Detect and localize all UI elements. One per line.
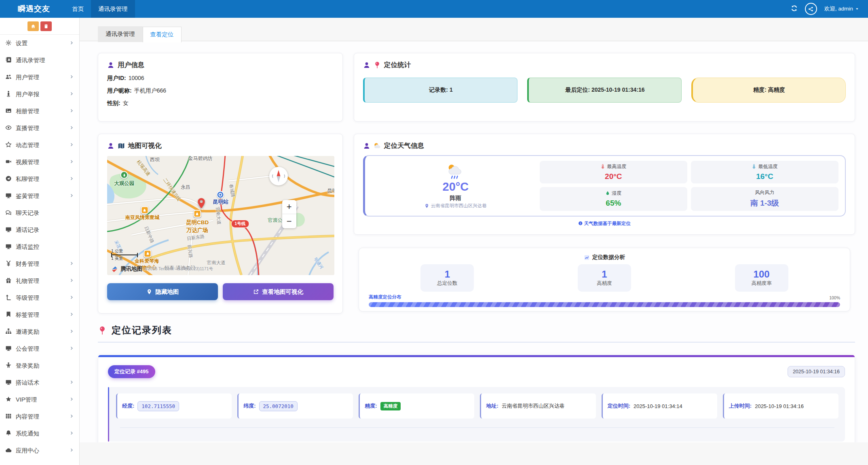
sidebar-item-设置[interactable]: 设置 — [0, 35, 79, 52]
sidebar-item-相册管理[interactable]: 相册管理 — [0, 103, 79, 120]
sidebar-item-应用中心[interactable]: 应用中心 — [0, 442, 79, 459]
nav-item-通讯录管理[interactable]: 通讯录管理 — [91, 0, 135, 18]
sidebar-item-财务管理[interactable]: 财务管理 — [0, 255, 79, 272]
drop-icon — [605, 191, 610, 196]
attribution-copy: ©2025 Tencent - GS号(2023)1171号 — [145, 266, 213, 272]
clear-button[interactable] — [40, 21, 52, 31]
monitor-icon — [5, 192, 16, 200]
grid-icon — [5, 413, 16, 420]
field-value: 2025-10-19 01:34:16 — [755, 403, 804, 409]
records-title: 定位记录列表 — [112, 324, 172, 337]
sidebar-item-鉴黄管理[interactable]: 鉴黄管理 — [0, 187, 79, 204]
sidebar-item-标签管理[interactable]: 标签管理 — [0, 306, 79, 323]
sidebar-item-系统通知[interactable]: 系统通知 — [0, 425, 79, 442]
sidebar-item-私聊管理[interactable]: 私聊管理 — [0, 170, 79, 187]
sidebar-actions — [0, 18, 79, 35]
thermo-icon — [600, 164, 605, 169]
sidebar-item-聊天记录[interactable]: 聊天记录 — [0, 204, 79, 221]
person-icon — [363, 142, 370, 149]
map-label: 金马碧鸡坊 — [188, 156, 212, 162]
tab-查看定位[interactable]: 查看定位 — [143, 27, 182, 42]
metric-value: 65% — [606, 199, 621, 208]
sidebar-item-内容管理[interactable]: 内容管理 — [0, 408, 79, 425]
nav-item-首页[interactable]: 首页 — [65, 0, 91, 18]
gift-icon — [5, 277, 16, 284]
refresh-icon[interactable] — [791, 5, 798, 13]
sidebar-item-label: 财务管理 — [16, 260, 39, 268]
attribution-name[interactable]: 腾讯地图 — [120, 265, 142, 273]
sidebar-item-通话监控[interactable]: 通话监控 — [0, 238, 79, 255]
metro-station-marker[interactable] — [217, 191, 224, 198]
star-icon — [5, 396, 16, 403]
field-label: 用户昵称: — [107, 87, 132, 94]
monitor-icon — [5, 345, 16, 352]
chevron-right-icon — [69, 380, 74, 385]
records-list: 定位记录 #4952025-10-19 01:34:16经度:102.71155… — [98, 355, 855, 442]
sidebar-item-label: 通话监控 — [16, 243, 39, 251]
sidebar-item-动态管理[interactable]: 动态管理 — [0, 137, 79, 154]
chevron-right-icon — [69, 108, 74, 114]
sidebar-item-用户管理[interactable]: 用户管理 — [0, 69, 79, 86]
sidebar-item-视频管理[interactable]: 视频管理 — [0, 154, 79, 170]
sidebar-item-label: 直播管理 — [16, 124, 39, 132]
external-link-icon — [253, 289, 259, 295]
sidebar-item-登录奖励[interactable]: 登录奖励 — [0, 357, 79, 374]
chevron-right-icon — [69, 397, 74, 402]
stat-label: 高精度率 — [752, 280, 772, 287]
analysis-stat: 1高精度 — [578, 264, 631, 292]
avatar[interactable] — [805, 3, 817, 15]
sidebar-item-label: 私聊管理 — [16, 175, 39, 183]
welcome-text: 欢迎, admin — [824, 5, 853, 13]
sidebar-item-直播管理[interactable]: 直播管理 — [0, 120, 79, 137]
mall-poi-marker[interactable] — [144, 250, 152, 257]
sidebar-item-用户举报[interactable]: 用户举报 — [0, 86, 79, 103]
metric-label: 风向风力 — [755, 189, 774, 196]
field-label: 用户ID: — [107, 75, 126, 81]
view-map-button[interactable]: 查看地图可视化 — [223, 283, 334, 300]
mall-poi-marker[interactable] — [141, 206, 148, 214]
sidebar-item-等级管理[interactable]: 等级管理 — [0, 289, 79, 306]
chevron-right-icon — [69, 346, 74, 351]
record-field: 地址:云南省昆明市西山区兴达巷 — [480, 393, 596, 419]
sidebar-item-公会管理[interactable]: 公会管理 — [0, 340, 79, 357]
tab-bar: 通讯录管理查看定位 — [80, 18, 868, 41]
chevron-right-icon — [69, 278, 74, 284]
chevron-right-icon — [69, 329, 74, 335]
chevron-right-icon — [69, 125, 74, 131]
yen-icon — [5, 260, 16, 267]
app-brand[interactable]: 瞬遇交友 — [0, 4, 65, 14]
sun-cloud-icon — [374, 142, 381, 149]
metric-value: 20°C — [605, 172, 622, 181]
park-poi-marker[interactable] — [120, 171, 128, 179]
sidebar-item-label: 系统通知 — [16, 430, 39, 438]
zoom-in-button[interactable]: + — [282, 200, 296, 214]
sidebar-item-通话记录[interactable]: 通话记录 — [0, 221, 79, 238]
sidebar-item-搭讪话术[interactable]: 搭讪话术 — [0, 374, 79, 391]
zoom-out-button[interactable]: − — [282, 214, 296, 228]
sidebar-item-通讯录管理[interactable]: 通讯录管理 — [0, 52, 79, 69]
sidebar-item-label: 相册管理 — [16, 107, 39, 115]
map-view[interactable]: 西坝金马碧鸡坊大观公园杭瑞高速二环快速S线永昌昆明站春城路官南大道南亚风情第壹城… — [107, 156, 334, 275]
location-record-card: 定位记录 #4952025-10-19 01:34:16经度:102.71155… — [98, 355, 855, 442]
user-menu[interactable]: 欢迎, admin — [824, 5, 859, 13]
analysis-stat: 100高精度率 — [735, 264, 788, 292]
sidebar-item-礼物管理[interactable]: 礼物管理 — [0, 272, 79, 289]
records-section-header: 定位记录列表 — [98, 324, 855, 337]
chevron-right-icon — [69, 431, 74, 436]
tab-通讯录管理[interactable]: 通讯录管理 — [98, 26, 143, 42]
map-label: 南亚风情第壹城 — [125, 214, 159, 221]
field-value-code: 25.0072010 — [259, 401, 298, 411]
sidebar-item-label: 标签管理 — [16, 311, 39, 319]
analysis-stat: 1总定位数 — [420, 264, 474, 292]
sidebar-item-邀请奖励[interactable]: 邀请奖励 — [0, 323, 79, 340]
sidebar-item-label: 视频管理 — [16, 158, 39, 166]
person-icon — [107, 142, 114, 149]
location-pin-marker[interactable] — [195, 197, 207, 212]
hide-map-button[interactable]: 隐藏地图 — [107, 283, 218, 300]
record-field: 上传时间:2025-10-19 01:34:16 — [723, 393, 838, 419]
sidebar-item-VIP管理[interactable]: VIP管理 — [0, 391, 79, 408]
compass-control[interactable] — [269, 167, 288, 185]
home-button[interactable] — [27, 21, 39, 31]
sidebar-item-label: 通话记录 — [16, 226, 39, 234]
chevron-right-icon — [69, 142, 74, 148]
